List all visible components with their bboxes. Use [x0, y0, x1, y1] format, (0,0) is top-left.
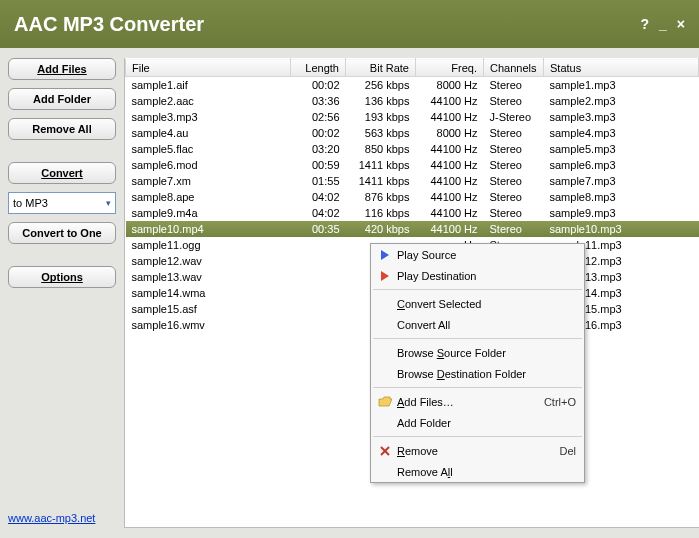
cell-file: sample4.au [126, 125, 291, 141]
table-row[interactable]: sample1.aif00:02256 kbps8000 HzStereosam… [126, 77, 699, 93]
cell-channels: Stereo [484, 77, 544, 93]
format-select[interactable]: to MP3 ▾ [8, 192, 116, 214]
table-header-row: File Length Bit Rate Freq. Channels Stat… [126, 59, 699, 77]
cell-bitrate: 116 kbps [346, 205, 416, 221]
cell-file: sample6.mod [126, 157, 291, 173]
table-row[interactable]: sample2.aac03:36136 kbps44100 HzStereosa… [126, 93, 699, 109]
cell-freq: 44100 Hz [416, 93, 484, 109]
cell-channels: Stereo [484, 141, 544, 157]
table-row[interactable]: sample5.flac03:20850 kbps44100 HzStereos… [126, 141, 699, 157]
cell-freq: 44100 Hz [416, 221, 484, 237]
menu-shortcut: Ctrl+O [544, 396, 576, 408]
cell-freq: 8000 Hz [416, 125, 484, 141]
cell-freq: 44100 Hz [416, 109, 484, 125]
menu-add-files[interactable]: Add Files… Ctrl+O [371, 391, 584, 412]
cell-file: sample10.mp4 [126, 221, 291, 237]
cell-status: sample6.mp3 [544, 157, 699, 173]
content: Add Files Add Folder Remove All Convert … [0, 48, 699, 538]
table-row[interactable]: sample8.ape04:02876 kbps44100 HzStereosa… [126, 189, 699, 205]
col-status[interactable]: Status [544, 59, 699, 77]
cell-length [291, 301, 346, 317]
cell-channels: Stereo [484, 125, 544, 141]
menu-separator [373, 338, 582, 339]
col-length[interactable]: Length [291, 59, 346, 77]
cell-status: sample2.mp3 [544, 93, 699, 109]
col-bitrate[interactable]: Bit Rate [346, 59, 416, 77]
delete-icon [375, 446, 395, 456]
titlebar-controls: ? _ × [640, 16, 685, 32]
menu-separator [373, 436, 582, 437]
cell-length [291, 269, 346, 285]
cell-bitrate: 1411 kbps [346, 157, 416, 173]
cell-channels: Stereo [484, 189, 544, 205]
cell-file: sample11.ogg [126, 237, 291, 253]
menu-convert-selected[interactable]: Convert Selected [371, 293, 584, 314]
col-channels[interactable]: Channels [484, 59, 544, 77]
cell-file: sample16.wmv [126, 317, 291, 333]
cell-length: 01:55 [291, 173, 346, 189]
add-files-button[interactable]: Add Files [8, 58, 116, 80]
cell-bitrate: 563 kbps [346, 125, 416, 141]
cell-file: sample7.xm [126, 173, 291, 189]
table-row[interactable]: sample9.m4a04:02116 kbps44100 HzStereosa… [126, 205, 699, 221]
cell-bitrate: 420 kbps [346, 221, 416, 237]
add-folder-button[interactable]: Add Folder [8, 88, 116, 110]
table-row[interactable]: sample3.mp302:56193 kbps44100 HzJ-Stereo… [126, 109, 699, 125]
table-row[interactable]: sample4.au00:02563 kbps8000 HzStereosamp… [126, 125, 699, 141]
cell-freq: 44100 Hz [416, 157, 484, 173]
menu-convert-all[interactable]: Convert All [371, 314, 584, 335]
footer-link[interactable]: www.aac-mp3.net [8, 512, 116, 524]
close-button[interactable]: × [677, 16, 685, 32]
cell-length [291, 317, 346, 333]
play-icon [375, 271, 395, 281]
menu-remove[interactable]: Remove Del [371, 440, 584, 461]
cell-length: 00:02 [291, 125, 346, 141]
help-button[interactable]: ? [640, 16, 649, 32]
convert-button[interactable]: Convert [8, 162, 116, 184]
menu-play-source[interactable]: Play Source [371, 244, 584, 265]
cell-length: 03:20 [291, 141, 346, 157]
cell-bitrate: 876 kbps [346, 189, 416, 205]
table-row[interactable]: sample7.xm01:551411 kbps44100 HzStereosa… [126, 173, 699, 189]
minimize-button[interactable]: _ [659, 16, 667, 32]
menu-browse-dest[interactable]: Browse Destination Folder [371, 363, 584, 384]
cell-channels: Stereo [484, 93, 544, 109]
menu-separator [373, 387, 582, 388]
cell-file: sample2.aac [126, 93, 291, 109]
cell-channels: Stereo [484, 173, 544, 189]
cell-freq: 44100 Hz [416, 189, 484, 205]
menu-shortcut: Del [559, 445, 576, 457]
col-file[interactable]: File [126, 59, 291, 77]
cell-status: sample5.mp3 [544, 141, 699, 157]
menu-remove-all[interactable]: Remove All [371, 461, 584, 482]
cell-channels: Stereo [484, 157, 544, 173]
cell-status: sample1.mp3 [544, 77, 699, 93]
cell-length [291, 285, 346, 301]
convert-to-one-button[interactable]: Convert to One [8, 222, 116, 244]
table-row[interactable]: sample6.mod00:591411 kbps44100 HzStereos… [126, 157, 699, 173]
cell-file: sample9.m4a [126, 205, 291, 221]
cell-channels: Stereo [484, 221, 544, 237]
cell-file: sample14.wma [126, 285, 291, 301]
cell-freq: 44100 Hz [416, 205, 484, 221]
table-row[interactable]: sample10.mp400:35420 kbps44100 HzStereos… [126, 221, 699, 237]
format-select-label: to MP3 [13, 197, 48, 209]
svg-marker-1 [381, 271, 389, 281]
menu-add-folder[interactable]: Add Folder [371, 412, 584, 433]
col-freq[interactable]: Freq. [416, 59, 484, 77]
cell-length: 03:36 [291, 93, 346, 109]
cell-bitrate: 850 kbps [346, 141, 416, 157]
menu-separator [373, 289, 582, 290]
folder-open-icon [375, 396, 395, 407]
cell-length: 04:02 [291, 189, 346, 205]
cell-file: sample13.wav [126, 269, 291, 285]
cell-length: 00:02 [291, 77, 346, 93]
sidebar: Add Files Add Folder Remove All Convert … [0, 48, 124, 538]
cell-length: 04:02 [291, 205, 346, 221]
remove-all-button[interactable]: Remove All [8, 118, 116, 140]
cell-file: sample1.aif [126, 77, 291, 93]
menu-browse-source[interactable]: Browse Source Folder [371, 342, 584, 363]
options-button[interactable]: Options [8, 266, 116, 288]
menu-play-destination[interactable]: Play Destination [371, 265, 584, 286]
cell-length: 02:56 [291, 109, 346, 125]
